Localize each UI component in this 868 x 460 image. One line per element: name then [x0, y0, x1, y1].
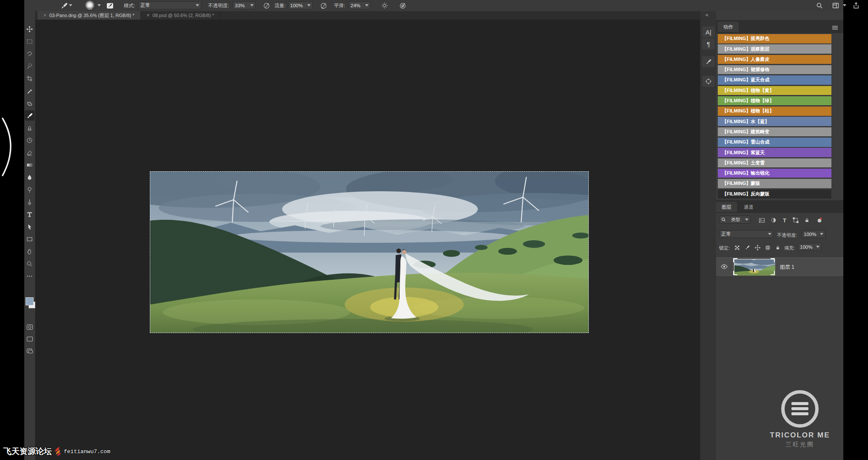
tool-rect-marquee[interactable]: [25, 36, 34, 46]
tool-zoom[interactable]: [25, 259, 34, 269]
tool-brush[interactable]: [25, 110, 34, 121]
paragraph-panel-icon[interactable]: ¶: [702, 38, 715, 49]
close-icon[interactable]: ×: [43, 12, 46, 18]
lock-pixels-icon[interactable]: [742, 243, 752, 252]
layer-opacity-label: 不透明度:: [777, 232, 797, 239]
tool-edit-toolbar[interactable]: [25, 271, 34, 281]
clone-source-panel-icon[interactable]: [702, 76, 715, 87]
change-screen-mode-icon[interactable]: [25, 346, 34, 356]
document-tab-1-label: 03-Pano.dng @ 35.6% (图层 1, RGB/8) *: [49, 12, 134, 19]
tool-healing-brush[interactable]: [25, 98, 34, 108]
toggle-brush-panel-icon[interactable]: [106, 2, 114, 9]
lock-artboard-icon[interactable]: [763, 243, 772, 252]
tool-quick-selection[interactable]: [25, 61, 34, 71]
layer-name[interactable]: 图层 1: [780, 264, 794, 271]
action-item[interactable]: 【FILMING】提亮肤色: [718, 34, 831, 44]
workspace-dropdown[interactable]: [843, 4, 846, 6]
action-item[interactable]: 【FILMING】紫蓝天: [718, 148, 831, 158]
filter-pixel-layers-icon[interactable]: [757, 216, 766, 224]
layer-row[interactable]: 图层 1: [716, 256, 843, 277]
tab-layers[interactable]: 图层: [716, 202, 737, 212]
foreground-color-swatch[interactable]: [26, 297, 34, 305]
collapse-panels-icon[interactable]: «: [705, 12, 708, 18]
blend-mode-select[interactable]: 正常: [719, 230, 774, 238]
action-item-label: 【FILMING】人像磨皮: [722, 56, 769, 63]
action-item[interactable]: 【FILMING】土变雪: [718, 158, 831, 168]
tool-gradient[interactable]: [25, 160, 34, 170]
tool-hand[interactable]: [25, 246, 34, 256]
filter-toggle-icon[interactable]: [815, 216, 824, 224]
layer-filter-type-select[interactable]: 类型: [719, 216, 751, 224]
filter-type-layers-icon[interactable]: T: [780, 216, 789, 224]
layer-opacity-field[interactable]: 100%: [802, 230, 825, 238]
fill-field[interactable]: 100%: [798, 243, 822, 251]
layer-visibility-toggle[interactable]: [719, 262, 730, 271]
opacity-field[interactable]: 33%: [233, 1, 256, 9]
brush-settings-panel-icon[interactable]: [702, 56, 715, 67]
filter-smart-objects-icon[interactable]: [802, 216, 811, 224]
lock-position-icon[interactable]: [753, 243, 762, 252]
action-item[interactable]: 【FILMING】人像磨皮: [718, 55, 831, 65]
action-item[interactable]: 【FILMING】输出锐化: [718, 169, 831, 178]
action-item[interactable]: 【FILMING】水【蓝】: [718, 117, 831, 126]
tool-dodge[interactable]: [25, 184, 34, 195]
gear-icon[interactable]: [381, 2, 388, 9]
workspace-switcher-icon[interactable]: [832, 2, 839, 9]
tool-rectangle[interactable]: [25, 234, 34, 244]
tab-channels[interactable]: 通道: [738, 202, 759, 212]
tool-path-selection[interactable]: [25, 221, 34, 232]
options-bar: 36 模式: 正常 不透明度: 33% 流量: 100% 平滑: 24%: [24, 0, 843, 12]
action-item[interactable]: 【FILMING】反向蒙版: [718, 190, 831, 199]
smoothing-field[interactable]: 24%: [348, 1, 371, 9]
quick-mask-icon[interactable]: [25, 322, 34, 332]
tricolor-logo: TRICOLOR ME 三旺光圈: [762, 388, 838, 452]
screen-mode-icon[interactable]: [25, 334, 34, 344]
canvas-photo[interactable]: [150, 171, 589, 333]
mode-select[interactable]: 正常: [138, 1, 201, 9]
document-tab-1[interactable]: × 03-Pano.dng @ 35.6% (图层 1, RGB/8) *: [37, 11, 141, 20]
brush-tool-dropdown[interactable]: [69, 4, 72, 6]
tool-crop[interactable]: [25, 73, 34, 83]
action-item-label: 【FILMING】植物【枯】: [722, 108, 774, 114]
pressure-size-icon[interactable]: [399, 2, 406, 9]
tool-clone-stamp[interactable]: [25, 123, 34, 133]
actions-panel-header: 动作: [716, 20, 843, 33]
airbrush-icon[interactable]: [320, 2, 327, 9]
action-item[interactable]: 【FILMING】观察图层: [718, 44, 831, 54]
flow-field[interactable]: 100%: [288, 1, 313, 9]
close-icon[interactable]: ×: [147, 12, 150, 18]
lock-transparency-icon[interactable]: [732, 243, 742, 252]
character-panel-icon[interactable]: A|: [702, 26, 715, 37]
panel-menu-icon[interactable]: [832, 24, 838, 32]
tool-history-brush[interactable]: [25, 135, 34, 145]
action-item[interactable]: 【FILMING】蓝天合成: [718, 75, 831, 85]
filter-shape-layers-icon[interactable]: [791, 216, 800, 224]
action-item[interactable]: 【FILMING】蒙版: [718, 179, 831, 189]
tool-lasso[interactable]: [25, 49, 34, 59]
tab-actions[interactable]: 动作: [718, 22, 739, 32]
desktop-right-edge: [843, 0, 868, 460]
lock-all-icon[interactable]: [773, 243, 782, 252]
filter-adjustment-layers-icon[interactable]: [769, 216, 778, 224]
action-item[interactable]: 【FILMING】植物【黄】: [718, 86, 831, 96]
share-icon[interactable]: [852, 2, 860, 9]
tool-pen[interactable]: [25, 197, 34, 207]
pressure-opacity-icon[interactable]: [263, 2, 270, 9]
search-icon[interactable]: [816, 2, 823, 9]
action-item[interactable]: 【FILMING】建筑畸变: [718, 127, 831, 137]
layers-panel-header: 图层 通道: [716, 200, 843, 213]
tool-type[interactable]: [25, 209, 34, 219]
action-item[interactable]: 【FILMING】植物【绿】: [718, 96, 831, 106]
canvas-area[interactable]: [35, 20, 700, 460]
tool-move[interactable]: [25, 24, 34, 34]
action-item[interactable]: 【FILMING】雪山合成: [718, 138, 831, 147]
tool-blur[interactable]: [25, 172, 34, 182]
action-item[interactable]: 【FILMING】裙摆修饰: [718, 65, 831, 75]
tool-eyedropper[interactable]: [25, 86, 34, 96]
brush-preset-dropdown[interactable]: [97, 4, 101, 6]
action-item[interactable]: 【FILMING】植物【枯】: [718, 106, 831, 116]
document-tab-2[interactable]: × 08.psd @ 50.6% (2, RGB/8) *: [141, 11, 220, 20]
tool-eraser[interactable]: [25, 147, 34, 158]
brush-tool-icon[interactable]: [60, 2, 68, 9]
layer-thumbnail[interactable]: [733, 258, 775, 275]
